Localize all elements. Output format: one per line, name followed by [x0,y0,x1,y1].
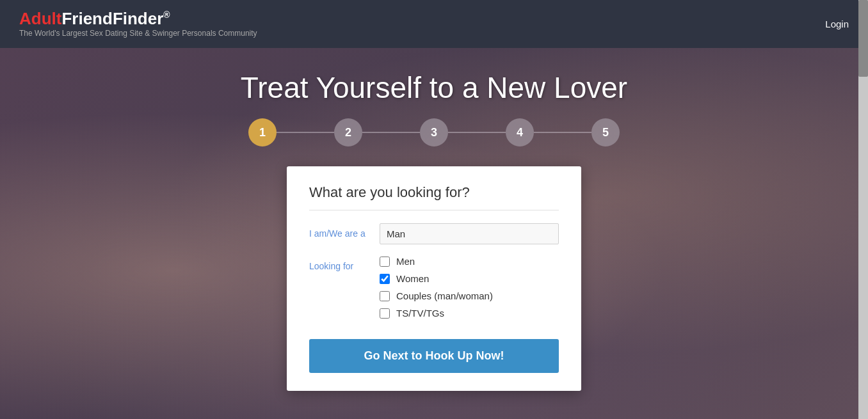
hero-section: Treat Yourself to a New Lover 1 2 3 4 5 … [0,48,868,419]
logo-adult: Adult [19,9,61,28]
form-title: What are you looking for? [309,184,559,210]
checkbox-ts-label[interactable]: TS/TV/TGs [396,308,444,319]
logo-finder: Finder [113,9,163,28]
login-button[interactable]: Login [825,19,849,29]
checkbox-ts-row: TS/TV/TGs [380,308,559,319]
step-line-1 [277,132,334,133]
step-5[interactable]: 5 [591,118,620,146]
logo-area: AdultFriendFinder® The World's Largest S… [19,10,257,38]
checkbox-couples-label[interactable]: Couples (man/woman) [396,290,493,301]
scrollbar-thumb[interactable] [858,0,868,77]
checkbox-couples-row: Couples (man/woman) [380,290,559,301]
logo-reg: ® [163,10,170,20]
step-1[interactable]: 1 [248,118,277,146]
checkbox-women[interactable] [380,274,390,284]
iam-row: I am/We are a Man Woman Couple (man/woma… [309,223,559,244]
checkbox-men-label[interactable]: Men [396,256,415,267]
step-3[interactable]: 3 [420,118,448,146]
checkbox-area: Men Women Couples (man/woman) TS/TV/TGs [380,256,559,325]
logo: AdultFriendFinder® [19,10,257,27]
looking-for-row: Looking for Men Women Couples (man/woman… [309,256,559,325]
step-2[interactable]: 2 [334,118,362,146]
step-4[interactable]: 4 [506,118,534,146]
iam-input-area: Man Woman Couple (man/woman) Couple (2 w… [380,223,559,244]
step-line-2 [362,132,420,133]
iam-label: I am/We are a [309,223,380,239]
step-line-3 [448,132,506,133]
site-header: AdultFriendFinder® The World's Largest S… [0,0,868,48]
checkbox-men[interactable] [380,257,390,267]
looking-for-label: Looking for [309,256,380,271]
logo-friend: Friend [61,9,112,28]
checkbox-ts[interactable] [380,308,390,319]
hero-title: Treat Yourself to a New Lover [241,70,627,105]
scrollbar[interactable] [858,0,868,419]
checkbox-women-row: Women [380,273,559,284]
step-line-4 [534,132,591,133]
iam-select[interactable]: Man Woman Couple (man/woman) Couple (2 w… [380,223,559,244]
step-indicator: 1 2 3 4 5 [248,118,620,146]
checkbox-couples[interactable] [380,291,390,301]
logo-tagline: The World's Largest Sex Dating Site & Sw… [19,29,257,38]
checkbox-women-label[interactable]: Women [396,273,429,284]
cta-button[interactable]: Go Next to Hook Up Now! [309,339,559,373]
checkbox-men-row: Men [380,256,559,267]
form-card: What are you looking for? I am/We are a … [287,166,581,391]
